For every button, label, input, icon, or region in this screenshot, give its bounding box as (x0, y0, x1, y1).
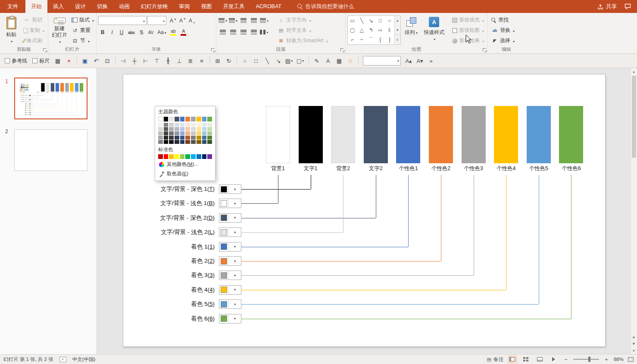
reset-button[interactable]: ↺重置 (70, 26, 96, 35)
theme-color-swatch[interactable] (185, 117, 190, 121)
section-button[interactable]: ⊟节 (70, 36, 96, 45)
shapes-scroll-down-button[interactable]: ▾ (395, 25, 400, 35)
standard-color-swatch[interactable] (169, 154, 174, 159)
shape-outline-color-button[interactable]: ▢▾ (296, 56, 306, 66)
theme-color-swatch[interactable] (175, 117, 179, 121)
shape-option-9[interactable]: ⇩ (385, 25, 394, 35)
theme-color-variant-swatch[interactable] (169, 127, 174, 131)
align-left-button[interactable] (218, 28, 228, 36)
standard-color-swatch[interactable] (197, 154, 201, 159)
copy-button[interactable]: 复制 (22, 26, 46, 35)
theme-color-variant-swatch[interactable] (191, 136, 196, 140)
standard-color-swatch[interactable] (185, 154, 190, 159)
shape-fill-color-button[interactable]: ▨▾ (284, 56, 295, 66)
slideshow-view-button[interactable] (549, 355, 559, 364)
theme-color-variant-swatch[interactable] (164, 140, 169, 144)
slide-sorter-view-button[interactable] (521, 355, 531, 364)
standard-color-swatch[interactable] (158, 154, 163, 159)
theme-color-swatch[interactable] (169, 117, 174, 121)
zoom-level[interactable]: 88% (614, 357, 624, 362)
theme-color-variant-swatch[interactable] (158, 131, 163, 135)
align-text-button[interactable]: 对齐文本 (276, 26, 330, 35)
theme-color-swatch[interactable] (207, 117, 212, 121)
text-box-button[interactable]: A (323, 56, 333, 66)
theme-color-variant-swatch[interactable] (202, 131, 207, 135)
theme-color-variant-swatch[interactable] (202, 127, 207, 131)
color-swatch-dropdown[interactable]: ▾ (219, 299, 241, 309)
theme-color-variant-swatch[interactable] (185, 127, 190, 131)
theme-color-variant-swatch[interactable] (185, 140, 190, 144)
grow-font-button[interactable]: A▴ (403, 56, 414, 66)
distribute-vertical-button[interactable]: ≡ (197, 56, 207, 66)
theme-color-variant-swatch[interactable] (202, 123, 207, 127)
comments-icon[interactable] (625, 3, 631, 9)
theme-color-variant-swatch[interactable] (191, 123, 196, 127)
shape-effects-button[interactable]: 形状效果 (450, 36, 486, 45)
shape-option-4[interactable]: ○ (385, 16, 394, 25)
tab-acrobat[interactable]: ACROBAT (250, 0, 287, 13)
theme-color-variant-swatch[interactable] (158, 136, 163, 140)
font-size-combobox[interactable] (147, 16, 166, 25)
font-name-combobox[interactable] (98, 16, 147, 25)
shape-option-6[interactable]: △ (357, 25, 367, 35)
slide-editing-area[interactable]: 主题颜色 标准色 其他颜色(M)... 取色器(E) (123, 74, 606, 347)
tab-review[interactable]: 审阅 (174, 0, 196, 13)
numbering-button[interactable] (228, 16, 238, 25)
align-bottom-button[interactable]: ⊥ (174, 56, 184, 66)
theme-color-variant-swatch[interactable] (175, 140, 179, 144)
align-right-button[interactable] (239, 28, 248, 36)
align-center-button[interactable]: ┼ (129, 56, 140, 66)
theme-color-variant-swatch[interactable] (158, 123, 163, 127)
group-objects-button[interactable]: ⊞ (212, 56, 223, 66)
theme-color-variant-swatch[interactable] (175, 127, 179, 131)
start-slideshow-button[interactable]: ⊡ (102, 56, 112, 66)
next-slide-button[interactable]: ▼ (631, 340, 637, 347)
notes-button[interactable]: ▤备注 (487, 356, 503, 363)
new-slide-button[interactable]: 新建幻灯片 (50, 15, 69, 46)
save-button[interactable]: ▣ (80, 56, 90, 66)
shape-option-1[interactable]: ╲ (357, 16, 367, 25)
slide-thumbnail-1[interactable]: 主题颜色 标准色 其他颜色(M)... 取色器(E) (14, 78, 87, 119)
cut-button[interactable]: ✂剪切 (22, 16, 46, 25)
shape-option-7[interactable]: ↰ (366, 25, 376, 35)
highlight-tool-button[interactable]: ☆ (345, 56, 356, 66)
color-swatch-dropdown[interactable]: ▾ (219, 285, 241, 295)
paragraph-dialog-launcher[interactable] (340, 48, 344, 52)
theme-color-swatch[interactable] (191, 117, 196, 121)
theme-color-variant-swatch[interactable] (185, 136, 190, 140)
font-color-button[interactable]: A (179, 28, 188, 37)
line-spacing-button[interactable] (259, 16, 269, 25)
increase-indent-button[interactable] (249, 16, 259, 25)
theme-color-variant-swatch[interactable] (164, 123, 169, 127)
theme-color-variant-swatch[interactable] (207, 123, 212, 127)
underline-button[interactable]: U (117, 28, 126, 37)
quick-styles-button[interactable]: 快速样式 (422, 15, 447, 46)
strikethrough-button[interactable]: abc (127, 28, 136, 37)
normal-view-button[interactable] (508, 355, 517, 364)
tab-transitions[interactable]: 切换 (91, 0, 113, 13)
tab-developer[interactable]: 开发工具 (218, 0, 250, 13)
slide-thumbnail-2[interactable] (14, 129, 87, 171)
convert-to-smartart-button[interactable]: 转换为 SmartArt (276, 36, 330, 45)
theme-color-variant-swatch[interactable] (197, 136, 201, 140)
clear-formatting-button[interactable]: A (186, 16, 195, 25)
pencil-tool-button[interactable]: ✎ (312, 56, 322, 66)
theme-color-swatch[interactable] (197, 117, 201, 121)
standard-color-swatch[interactable] (180, 154, 185, 159)
tab-slideshow[interactable]: 幻灯片放映 (135, 0, 174, 13)
shape-option-2[interactable]: ↘ (366, 16, 376, 25)
theme-color-variant-swatch[interactable] (175, 131, 179, 135)
shape-option-8[interactable]: ⇨ (376, 25, 385, 35)
language-indicator[interactable]: 中文(中国) (72, 356, 96, 363)
theme-color-variant-swatch[interactable] (202, 136, 207, 140)
align-left-button[interactable]: ⊣ (118, 56, 128, 66)
zoom-slider-thumb[interactable] (588, 357, 590, 362)
justify-button[interactable] (249, 28, 259, 36)
theme-color-variant-swatch[interactable] (164, 127, 169, 131)
shapes-more-button[interactable]: ≡ (395, 34, 400, 44)
rotate-objects-button[interactable]: ↻ (224, 56, 234, 66)
align-right-button[interactable]: ⊢ (141, 56, 151, 66)
shapes-scroll-up-button[interactable]: ▴ (395, 16, 400, 25)
shape-option-10[interactable]: ⌐ (348, 35, 357, 44)
text-direction-button[interactable]: 文字方向 (276, 16, 330, 25)
